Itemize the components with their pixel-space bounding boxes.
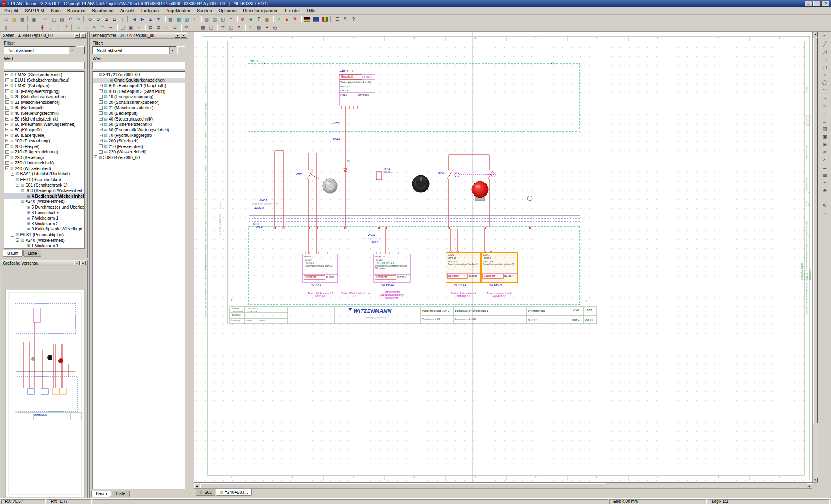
schematic-label[interactable]: Name (259, 320, 265, 322)
schematic-label[interactable]: E34.0 (304, 255, 311, 258)
corner-icon[interactable]: └ (54, 24, 62, 31)
schematic-label[interactable]: Taster Wickeleinheit 1 in GS (340, 81, 371, 84)
schematic-label[interactable]: Taster Wickeleinheit 1 nach GS (304, 265, 337, 267)
panel-close-icon[interactable]: ✕ (80, 261, 86, 265)
schematic-label[interactable]: -SP2 :3 (483, 257, 491, 260)
settings-icon[interactable]: ☰ (333, 15, 341, 23)
tree-item[interactable]: - ▤ 240 (Wickeleinheit) (4, 166, 84, 171)
plc-box-icon[interactable]: ▣ (127, 24, 135, 31)
filter-combobox[interactable]: - Nicht aktiviert - ▼ (92, 46, 176, 54)
schematic-label[interactable]: 24VDC30 (358, 94, 369, 97)
toolbar-separator[interactable] (71, 24, 73, 31)
toolbar-separator[interactable] (164, 16, 166, 22)
schematic-label[interactable]: 0 (231, 37, 232, 40)
menu-item[interactable]: SAP PLM (22, 7, 47, 14)
hatch-tool-icon[interactable]: ▨ (821, 125, 829, 133)
tree-expander[interactable]: + (5, 128, 9, 131)
zoom-tool-icon[interactable]: ⊕ (821, 187, 829, 194)
tree-expander[interactable]: - (16, 238, 19, 242)
schematic-label[interactable]: GPS I/O (204, 198, 207, 206)
structure-box-icon[interactable]: ▫ (135, 24, 143, 31)
schematic-label[interactable]: Blatt 4 (572, 319, 579, 321)
schematic-label[interactable]: E30.1 (483, 254, 490, 256)
tree-item[interactable]: + ▤ 220 (Wassereinheit) (93, 149, 185, 155)
coordinates-icon[interactable]: + (191, 15, 199, 23)
pages-panel-header[interactable]: Seiten - 3390447epl000_00 ▾ ✕ (1, 32, 87, 39)
check-project-icon[interactable]: ✓ (275, 15, 283, 23)
schematic-label[interactable]: Datum (246, 320, 252, 322)
tree-expander[interactable]: + (99, 84, 103, 87)
tree-expander[interactable]: - (16, 200, 19, 203)
save-icon[interactable]: ▦ (18, 15, 26, 23)
schematic-label[interactable]: E30.0 (448, 254, 454, 256)
help-icon[interactable]: ? (349, 15, 357, 23)
terminal-icon[interactable]: ○ (74, 24, 82, 31)
tree-item[interactable]: + ▤ 100 (Entstaubung) (4, 138, 84, 144)
tree-item[interactable]: + ▤ 200 (Stützbock) (93, 138, 185, 144)
perpendicular-tool-icon[interactable]: ⊥ (821, 164, 829, 171)
schematic-label[interactable]: Bearbeiter (232, 314, 241, 317)
schematic-label[interactable]: Beckhoff (305, 276, 316, 279)
tree-expander[interactable]: - (5, 166, 9, 170)
schematic-label[interactable]: Erstelldatum (232, 311, 243, 313)
angle-tool-icon[interactable]: ∠ (821, 156, 829, 164)
schematic-label[interactable]: P.BW.56 (375, 255, 385, 258)
schematic-label[interactable]: × (263, 61, 265, 65)
tree-expander[interactable]: + (5, 117, 9, 121)
menu-item[interactable]: Bearbeiten (88, 7, 116, 14)
measure-tool-icon[interactable]: ⌀ (821, 148, 829, 156)
toolbar-separator[interactable] (330, 16, 332, 22)
tree-item[interactable]: + ▤ 60 (Pneumatik Wartungseinheit) (4, 121, 84, 127)
schematic-label[interactable]: Funktionsname 3 (805, 220, 810, 236)
schematic-label[interactable]: WITZENMANN (353, 308, 392, 314)
graphical-preview-icon[interactable]: ◰ (219, 15, 227, 23)
schematic-label[interactable]: Schutzvermerk DIN ISO 16016 beachten (801, 263, 812, 280)
tree-item[interactable]: + ▤ 80 (Kühlgerät) (4, 127, 84, 133)
cable-icon[interactable]: ∿ (90, 24, 99, 31)
menu-item[interactable]: Ansicht (117, 7, 138, 14)
circle-tool-icon[interactable]: ○ (821, 71, 829, 79)
break-point-icon[interactable]: ┴ (62, 24, 71, 31)
properties-icon[interactable]: ¶ (341, 15, 349, 23)
tree-item[interactable]: ▣ 9 Kaltluftpistole Wickelkopf (4, 226, 84, 232)
tree-item[interactable]: + ▤ 21 (Maschinenzubehör) (93, 105, 185, 111)
move-icon[interactable]: ⇆ (219, 24, 227, 31)
schematic-label[interactable]: Potentiometer Drehzahlverstellung Wickel… (375, 265, 409, 269)
schematic-label[interactable]: EL3255 (397, 276, 406, 279)
schematic-label[interactable]: 8 (718, 37, 719, 40)
tree-expander[interactable]: + (5, 73, 9, 76)
cut-icon[interactable]: ✂ (42, 15, 50, 23)
schematic-label[interactable]: Taster Wickeleinheit 1 in GS (339, 292, 372, 298)
schematic-label[interactable]: =40/13.8 (340, 85, 350, 88)
schematic-label[interactable]: -SP2 :1 (375, 258, 383, 261)
schematic-label[interactable]: Funktionsname 3 (204, 176, 207, 193)
tree-item[interactable]: + ▤ ELU1 (Schaltschrankaufbau) (4, 78, 84, 83)
zoom-fit-icon[interactable]: ⊡ (110, 15, 118, 23)
grid-tool-icon[interactable]: ▦ (821, 171, 829, 179)
tree-expander[interactable] (22, 222, 26, 225)
tree-expander[interactable]: + (99, 144, 103, 148)
export-pdf-icon[interactable]: ▼ (263, 24, 271, 31)
rotate-icon[interactable]: ↻ (183, 24, 191, 31)
text-tool-icon[interactable]: T (821, 110, 829, 117)
delete-icon[interactable]: ✕ (235, 24, 243, 31)
tree-item[interactable]: + ▤ 200 (Haspel) (4, 144, 84, 149)
minimize-button[interactable]: _ (805, 1, 812, 6)
schematic-label[interactable]: =40-KF14 (487, 283, 502, 287)
mirror-icon[interactable]: ⇋ (191, 24, 199, 31)
tree-item[interactable]: + ▤ 230 (Umformeinheit) (4, 160, 84, 166)
tree-expander[interactable]: + (99, 150, 103, 154)
schematic-label[interactable]: GPS I/O (204, 210, 207, 218)
chevron-down-icon[interactable]: ▼ (169, 47, 176, 54)
tree-expander[interactable]: + (99, 100, 103, 104)
tree-expander[interactable]: + (5, 134, 9, 137)
schematic-label[interactable]: 10.03.2016 (247, 308, 257, 310)
tree-item[interactable]: + ▤ 210 (Presseinheit) (93, 144, 185, 149)
schematic-label[interactable]: 7 (657, 37, 658, 40)
tree-item[interactable]: ▣ 8 Wickelarm 2 (4, 221, 84, 226)
autoconnect-icon[interactable]: ╋ (38, 24, 46, 31)
tree-expander[interactable] (22, 194, 26, 198)
zoom-out-icon[interactable]: ⊖ (94, 15, 102, 23)
toolbar-separator[interactable] (272, 16, 274, 22)
schematic-label[interactable]: 4 (474, 476, 476, 478)
